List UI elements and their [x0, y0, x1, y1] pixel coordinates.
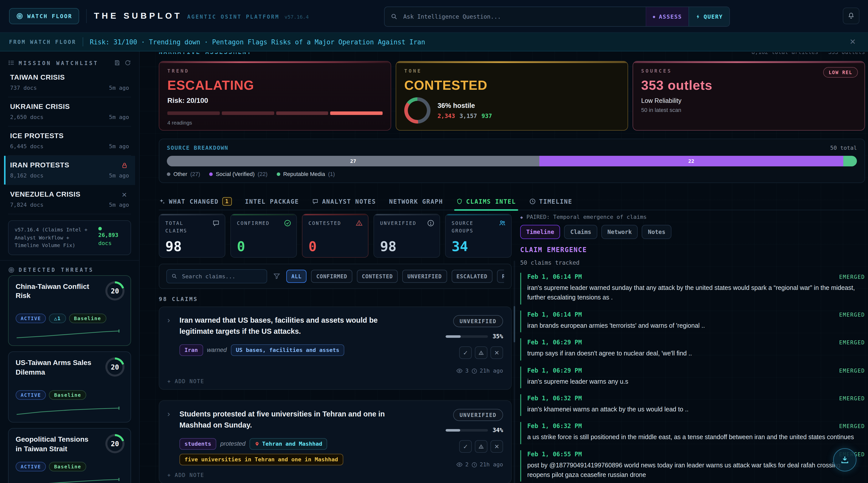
watchlist-item-iran-protests[interactable]: IRAN PROTESTS 8,162 docs5m ago — [4, 156, 135, 185]
threat-card-us-taiwan-arms[interactable]: US-Taiwan Arms Sales Dilemma 20 ACTIVE B… — [8, 352, 131, 423]
tab-what-changed[interactable]: WHAT CHANGED 1 — [159, 193, 232, 210]
watchlist-item-venezuela-crisis[interactable]: VENEZUELA CRISIS ✕ 7,824 docs5m ago — [8, 185, 131, 214]
location-tag[interactable]: Tehran and Mashhad — [249, 438, 327, 450]
trend-label: TREND — [167, 68, 382, 73]
panel-tab-network[interactable]: Network — [601, 225, 638, 239]
subject-tag[interactable]: Iran — [180, 344, 203, 356]
watchlist-item-taiwan-crisis[interactable]: TAIWAN CRISIS 737 docs5m ago — [8, 68, 131, 97]
contest-button[interactable] — [475, 440, 488, 453]
tab-timeline[interactable]: TIMELINE — [529, 193, 572, 210]
claim-card[interactable]: › Iran warned that US bases, facilities … — [159, 306, 512, 390]
version-note: v57.16.4 (Claims Intel + Analyst Workflo… — [8, 220, 131, 255]
doc-count: 6,445 docs — [10, 143, 43, 150]
alert-message[interactable]: Risk: 31/100 · Trending down · Pentagon … — [90, 38, 425, 46]
timeline-event[interactable]: Feb 1, 06:14 PMEMERGED iran's supreme le… — [520, 273, 865, 304]
filter-chip-reviewed[interactable]: REVIEWED — [497, 270, 504, 283]
claims-filter-panel: ALL CONFIRMED CONTESTED UNVERIFIED ESCAL… — [159, 264, 512, 289]
dismiss-button[interactable]: ✕ — [491, 440, 503, 453]
confirm-button[interactable]: ✓ — [459, 346, 472, 359]
hostile-count: 2,343 — [437, 112, 455, 119]
list-icon — [8, 60, 14, 66]
risk-gauge: 20 — [105, 434, 124, 453]
timeline-event[interactable]: Feb 1, 06:55 PMEMERGED post by @18779049… — [520, 450, 865, 482]
trend-risk: Risk: 20/100 — [167, 96, 382, 104]
status-badge: ACTIVE — [16, 314, 46, 324]
claim-emergence-timeline: Feb 1, 06:14 PMEMERGED iran's supreme le… — [520, 273, 865, 483]
claims-scrollbar[interactable] — [514, 261, 515, 483]
refresh-icon[interactable] — [124, 60, 131, 66]
emerged-badge: EMERGED — [839, 395, 865, 401]
delta-badge: △1 — [49, 314, 66, 324]
source-breakdown-bar: 27 22 — [167, 156, 857, 167]
bar-segment-social: 22 — [539, 156, 843, 167]
alert-close-icon[interactable]: ✕ — [846, 37, 859, 47]
tone-donut-chart — [404, 97, 431, 123]
trend-sparkline — [16, 329, 125, 339]
add-note-button[interactable]: + ADD NOTE — [167, 472, 204, 478]
trend-sparkline — [16, 477, 125, 483]
bolt-icon — [695, 13, 701, 20]
chevron-right-icon[interactable]: › — [167, 409, 175, 468]
filter-chip-all[interactable]: ALL — [286, 270, 307, 283]
alert-divider — [83, 37, 83, 47]
map-pin-icon — [254, 441, 259, 447]
object-tag[interactable]: US bases, facilities and assets — [231, 344, 344, 356]
global-search-input[interactable] — [402, 12, 640, 21]
brand: THE SUBPLOT AGENTIC OSINT PLATFORM v57.1… — [94, 11, 309, 21]
sources-latest-scan: 50 in latest scan — [641, 107, 857, 113]
query-button[interactable]: QUERY — [688, 7, 730, 26]
save-icon[interactable] — [114, 60, 121, 66]
doc-count: 7,824 docs — [10, 202, 43, 208]
panel-tab-claims[interactable]: Claims — [564, 225, 597, 239]
claim-card[interactable]: › Students protested at five universitie… — [159, 400, 512, 483]
view-count: 2 — [465, 461, 468, 468]
tab-intel-package[interactable]: INTEL PACKAGE — [245, 193, 299, 210]
contest-button[interactable] — [475, 346, 488, 359]
watch-floor-button[interactable]: WATCH FLOOR — [9, 8, 80, 24]
global-search-box — [384, 7, 646, 26]
filter-funnel-icon[interactable] — [273, 273, 280, 280]
export-download-button[interactable] — [833, 448, 857, 472]
notifications-button[interactable] — [843, 7, 860, 24]
baseline-badge: Baseline — [69, 314, 106, 324]
assess-button[interactable]: ◆ ASSESS — [646, 7, 688, 26]
chevron-right-icon[interactable]: › — [167, 315, 175, 374]
subject-tag[interactable]: students — [180, 438, 216, 450]
filter-chip-escalated[interactable]: ESCALATED — [452, 270, 493, 283]
confirm-button[interactable]: ✓ — [459, 440, 472, 453]
stat-total-claims: TOTAL CLAIMS 98 — [159, 214, 225, 258]
clock-icon — [471, 461, 477, 467]
speech-bubble-icon — [212, 219, 220, 227]
timeline-event[interactable]: Feb 1, 06:29 PMEMERGED trump says if ira… — [520, 338, 865, 360]
what-changed-badge: 1 — [222, 197, 232, 206]
threat-card-china-taiwan[interactable]: China-Taiwan Conflict Risk 20 ACTIVE △1 … — [8, 275, 131, 346]
tab-network-graph[interactable]: NETWORK GRAPH — [389, 193, 443, 210]
watchlist-item-ukraine-crisis[interactable]: UKRAINE CRISIS 2,650 docs5m ago — [8, 97, 131, 126]
filter-chip-unverified[interactable]: UNVERIFIED — [403, 270, 447, 283]
panel-tab-notes[interactable]: Notes — [642, 225, 672, 239]
timeline-event[interactable]: Feb 1, 06:32 PMEMERGED a us strike force… — [520, 422, 865, 444]
claims-search-input[interactable] — [181, 272, 262, 280]
panel-tab-timeline[interactable]: Timeline — [520, 225, 560, 239]
filter-chip-confirmed[interactable]: CONFIRMED — [311, 270, 352, 283]
tab-analyst-notes[interactable]: ANALYST NOTES — [312, 193, 376, 210]
filter-chip-contested[interactable]: CONTESTED — [357, 270, 398, 283]
timeline-event[interactable]: Feb 1, 06:29 PMEMERGED iran's supreme le… — [520, 366, 865, 388]
add-note-button[interactable]: + ADD NOTE — [167, 378, 204, 384]
tab-claims-intel[interactable]: CLAIMS INTEL — [456, 193, 516, 210]
timeline-event[interactable]: Feb 1, 06:32 PMEMERGED iran's khamenei w… — [520, 394, 865, 416]
status-dot — [98, 227, 102, 231]
close-icon[interactable]: ✕ — [122, 191, 127, 199]
stat-unverified: UNVERIFIED 98 — [373, 214, 440, 258]
updated-ago: 5m ago — [109, 85, 129, 91]
dismiss-button[interactable]: ✕ — [491, 346, 503, 359]
timeline-event[interactable]: Feb 1, 06:14 PMEMERGED iran brands europ… — [520, 310, 865, 332]
threat-card-taiwan-strait[interactable]: Geopolitical Tensions in Taiwan Strait 2… — [8, 428, 131, 483]
claim-text: Iran warned that US bases, facilities an… — [180, 315, 407, 337]
emerged-badge: EMERGED — [839, 274, 865, 280]
detail-tag[interactable]: five universities in Tehran and one in M… — [180, 453, 343, 465]
watchlist-item-ice-protests[interactable]: ICE PROTESTS 6,445 docs5m ago — [8, 126, 131, 156]
emerged-badge: EMERGED — [839, 367, 865, 373]
trend-status: ESCALATING — [167, 78, 382, 93]
top-bar: WATCH FLOOR THE SUBPLOT AGENTIC OSINT PL… — [0, 0, 868, 33]
